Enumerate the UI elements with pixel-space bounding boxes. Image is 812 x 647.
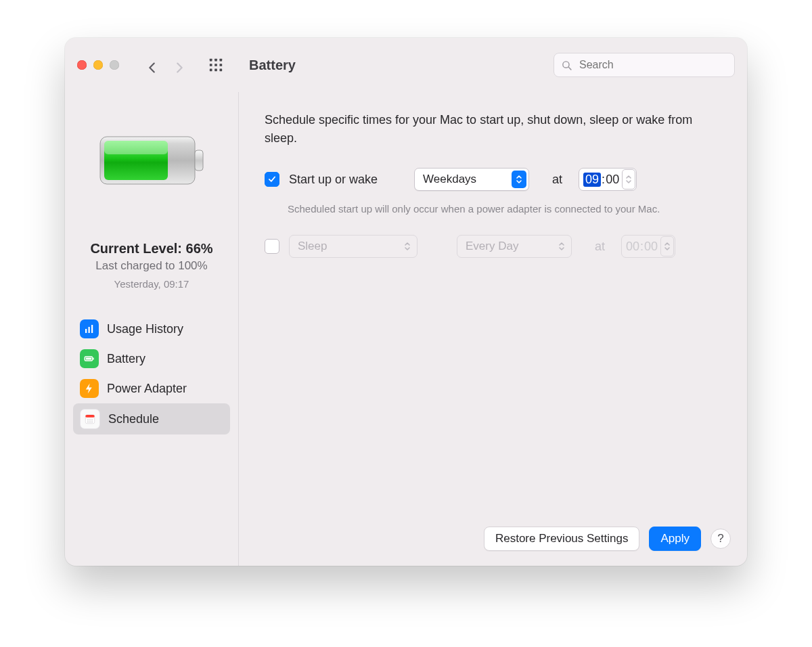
time-stepper[interactable] [622, 169, 635, 189]
restore-previous-settings-button[interactable]: Restore Previous Settings [484, 527, 640, 551]
usage-history-icon [80, 319, 99, 338]
startup-footnote: Scheduled start up will only occur when … [288, 203, 721, 215]
svg-rect-0 [210, 59, 212, 62]
svg-rect-3 [210, 64, 212, 66]
svg-point-26 [87, 422, 89, 423]
schedule-icon [80, 409, 100, 429]
svg-point-9 [563, 61, 569, 67]
svg-point-28 [91, 422, 93, 423]
sidebar-item-schedule[interactable]: Schedule [73, 403, 230, 434]
sidebar-item-label: Power Adapter [107, 382, 187, 396]
sleep-action-select[interactable]: Sleep [289, 235, 418, 258]
at-label: at [552, 173, 562, 187]
minimize-window-button[interactable] [93, 60, 103, 70]
svg-rect-4 [215, 64, 217, 66]
window-controls [77, 60, 119, 70]
sleep-minute: 00 [644, 240, 658, 254]
sleep-hour: 00 [626, 240, 639, 254]
search-field[interactable] [554, 53, 735, 77]
battery-icon [97, 130, 206, 191]
svg-rect-19 [93, 358, 94, 360]
battery-tab-icon [80, 349, 99, 368]
checkmark-icon [267, 175, 277, 184]
sleep-row: Sleep Every Day [265, 235, 721, 258]
svg-rect-22 [85, 415, 95, 418]
svg-rect-20 [86, 358, 91, 360]
svg-rect-15 [85, 329, 87, 333]
last-charged-label: Last charged to 100% [95, 259, 207, 273]
battery-level-label: Current Level: 66% [90, 241, 212, 256]
schedule-description: Schedule specific times for your Mac to … [265, 111, 721, 148]
startup-day-value: Weekdays [423, 173, 476, 186]
svg-point-24 [89, 420, 91, 421]
stepper-arrows-icon [625, 174, 632, 185]
svg-point-23 [87, 420, 89, 421]
forward-button [172, 60, 181, 70]
apply-button[interactable]: Apply [649, 527, 701, 551]
svg-rect-16 [89, 327, 90, 333]
sidebar-item-label: Battery [107, 352, 145, 366]
show-all-button[interactable] [208, 58, 223, 72]
svg-rect-2 [220, 59, 223, 62]
sidebar-item-label: Schedule [108, 412, 159, 426]
sidebar-item-usage-history[interactable]: Usage History [73, 314, 230, 344]
svg-rect-6 [210, 69, 212, 72]
last-charged-time: Yesterday, 09:17 [114, 278, 189, 290]
svg-rect-14 [104, 141, 168, 154]
help-button[interactable]: ? [710, 529, 731, 549]
chevron-up-down-icon [400, 238, 415, 255]
search-icon [561, 60, 572, 71]
time-stepper[interactable] [660, 236, 674, 256]
startup-minute[interactable]: 00 [606, 173, 619, 187]
chevron-up-down-icon [554, 238, 569, 255]
sidebar: Current Level: 66% Last charged to 100% … [65, 92, 239, 566]
chevron-up-down-icon [512, 171, 526, 188]
startup-row: Start up or wake Weekdays at 09 : [265, 168, 721, 191]
at-label: at [595, 240, 605, 254]
svg-line-10 [568, 67, 571, 70]
preferences-window: Battery [65, 38, 747, 566]
startup-hour[interactable]: 09 [583, 173, 601, 187]
sidebar-item-power-adapter[interactable]: Power Adapter [73, 374, 230, 403]
startup-checkbox[interactable] [265, 172, 279, 187]
sleep-action-value: Sleep [298, 240, 327, 253]
svg-rect-7 [215, 69, 217, 72]
svg-rect-17 [91, 325, 93, 333]
search-input[interactable] [578, 58, 727, 72]
startup-label: Start up or wake [289, 173, 378, 187]
stepper-arrows-icon [664, 241, 671, 252]
sleep-time-field[interactable]: 00 : 00 [621, 235, 675, 258]
close-window-button[interactable] [77, 60, 87, 70]
sidebar-item-label: Usage History [107, 322, 183, 336]
main-pane: Schedule specific times for your Mac to … [239, 92, 747, 566]
svg-rect-1 [215, 59, 217, 62]
svg-rect-8 [220, 69, 223, 72]
sleep-day-select[interactable]: Every Day [457, 235, 572, 258]
sleep-day-value: Every Day [466, 240, 518, 253]
startup-time-field[interactable]: 09 : 00 [579, 168, 637, 191]
window-title: Battery [249, 58, 296, 73]
toolbar: Battery [65, 38, 747, 92]
svg-rect-5 [220, 64, 223, 66]
svg-rect-12 [195, 150, 203, 171]
svg-point-25 [91, 420, 93, 421]
svg-point-27 [89, 422, 91, 423]
sidebar-nav: Usage History Battery Power Adapter [73, 314, 230, 434]
power-adapter-icon [80, 379, 99, 398]
sidebar-item-battery[interactable]: Battery [73, 344, 230, 374]
startup-day-select[interactable]: Weekdays [414, 168, 529, 191]
back-button[interactable] [145, 60, 154, 70]
zoom-window-button [110, 60, 119, 70]
sleep-checkbox[interactable] [265, 239, 279, 254]
footer: Restore Previous Settings Apply ? [239, 517, 747, 566]
